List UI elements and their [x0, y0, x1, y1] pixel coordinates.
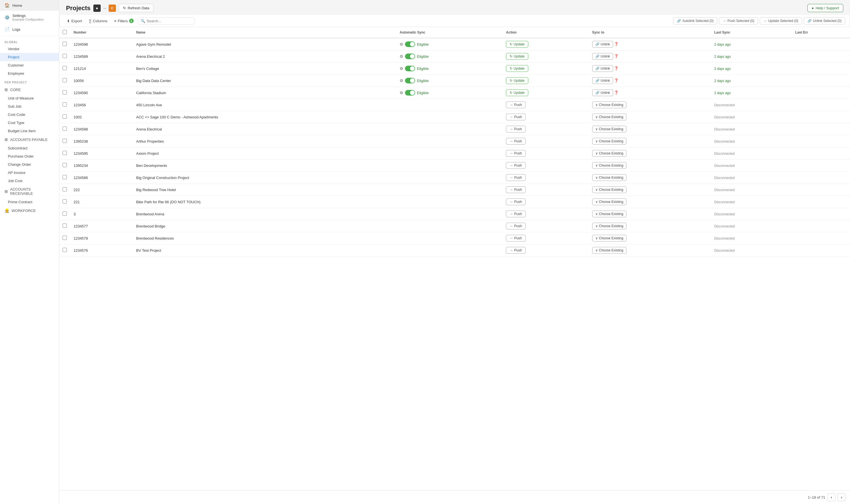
- sync-toggle[interactable]: [405, 54, 415, 59]
- refresh-button[interactable]: ↻ Refresh Data: [119, 4, 154, 12]
- row-checkbox[interactable]: [63, 248, 67, 252]
- pagination-next[interactable]: ›: [837, 493, 846, 501]
- search-input[interactable]: [147, 19, 192, 23]
- select-all-header[interactable]: [59, 27, 70, 38]
- row-checkbox[interactable]: [63, 199, 67, 203]
- sidebar-group-workforce[interactable]: 👷 WORKFORCE: [0, 206, 59, 215]
- push-button[interactable]: → Push: [506, 162, 526, 169]
- sidebar-item-uom[interactable]: Unit of Measure: [0, 94, 59, 102]
- row-checkbox-cell[interactable]: [59, 245, 70, 256]
- row-checkbox-cell[interactable]: [59, 87, 70, 99]
- settings-icon[interactable]: ⚙: [400, 90, 403, 95]
- choose-existing-button[interactable]: ∨ Choose Existing: [592, 126, 627, 132]
- row-action[interactable]: ↻ Update: [502, 38, 588, 51]
- row-checkbox-cell[interactable]: [59, 75, 70, 87]
- row-action[interactable]: → Push: [502, 232, 588, 245]
- unlink-button[interactable]: 🔗 Unlink: [592, 53, 613, 60]
- row-checkbox[interactable]: [63, 151, 67, 155]
- row-checkbox[interactable]: [63, 127, 67, 131]
- unlink-selected-button[interactable]: 🔗 Unlink Selected (0): [804, 17, 845, 24]
- update-button[interactable]: ↻ Update: [506, 41, 528, 48]
- choose-existing-button[interactable]: ∨ Choose Existing: [592, 223, 627, 230]
- choose-existing-button[interactable]: ∨ Choose Existing: [592, 102, 627, 108]
- unlink-button[interactable]: 🔗 Unlink: [592, 77, 613, 84]
- filters-button[interactable]: ≡ Filters 1: [111, 17, 137, 24]
- row-checkbox-cell[interactable]: [59, 51, 70, 62]
- push-button[interactable]: → Push: [506, 235, 526, 241]
- row-checkbox-cell[interactable]: [59, 160, 70, 172]
- choose-existing-button[interactable]: ∨ Choose Existing: [592, 162, 627, 169]
- row-checkbox-cell[interactable]: [59, 220, 70, 232]
- push-button[interactable]: → Push: [506, 186, 526, 193]
- row-checkbox[interactable]: [63, 223, 67, 228]
- sidebar-item-costtype[interactable]: Cost Type: [0, 119, 59, 127]
- sync-toggle[interactable]: [405, 90, 415, 95]
- row-checkbox-cell[interactable]: [59, 208, 70, 220]
- pagination-prev[interactable]: ‹: [828, 493, 835, 501]
- info-icon[interactable]: ❓: [614, 54, 618, 58]
- row-checkbox[interactable]: [63, 102, 67, 107]
- row-checkbox[interactable]: [63, 66, 67, 70]
- row-checkbox-cell[interactable]: [59, 184, 70, 196]
- sidebar-item-employee[interactable]: Employee: [0, 69, 59, 77]
- settings-icon[interactable]: ⚙: [400, 54, 403, 59]
- row-action[interactable]: → Push: [502, 196, 588, 208]
- choose-existing-button[interactable]: ∨ Choose Existing: [592, 138, 627, 145]
- push-button[interactable]: → Push: [506, 247, 526, 254]
- row-action[interactable]: → Push: [502, 111, 588, 123]
- sync-toggle[interactable]: [405, 66, 415, 71]
- sync-toggle[interactable]: [405, 78, 415, 84]
- row-checkbox-cell[interactable]: [59, 38, 70, 51]
- unlink-button[interactable]: 🔗 Unlink: [592, 41, 613, 48]
- sidebar-group-core[interactable]: ⊞ CORE: [0, 85, 59, 94]
- row-action[interactable]: ↻ Update: [502, 62, 588, 75]
- row-checkbox-cell[interactable]: [59, 62, 70, 75]
- row-action[interactable]: ↻ Update: [502, 51, 588, 62]
- sidebar-item-purchaseorder[interactable]: Purchase Order: [0, 152, 59, 160]
- row-action[interactable]: → Push: [502, 99, 588, 111]
- row-action[interactable]: → Push: [502, 208, 588, 220]
- row-action[interactable]: → Push: [502, 160, 588, 172]
- sidebar-item-costcode[interactable]: Cost Code: [0, 110, 59, 119]
- row-checkbox-cell[interactable]: [59, 135, 70, 147]
- sidebar-group-ar[interactable]: ⊞ ACCOUNTS RECEIVABLE: [0, 185, 59, 198]
- choose-existing-button[interactable]: ∨ Choose Existing: [592, 150, 627, 157]
- push-button[interactable]: → Push: [506, 126, 526, 132]
- row-checkbox-cell[interactable]: [59, 196, 70, 208]
- row-checkbox[interactable]: [63, 163, 67, 167]
- row-checkbox[interactable]: [63, 187, 67, 192]
- row-checkbox-cell[interactable]: [59, 123, 70, 135]
- push-selected-button[interactable]: → Push Selected (0): [719, 17, 758, 24]
- settings-icon[interactable]: ⚙: [400, 42, 403, 47]
- export-button[interactable]: ⬇ Export: [64, 17, 85, 24]
- update-selected-button[interactable]: → Update Selected (0): [760, 17, 802, 24]
- row-action[interactable]: → Push: [502, 184, 588, 196]
- sidebar-item-home[interactable]: 🏠 Home: [0, 0, 59, 11]
- row-checkbox[interactable]: [63, 139, 67, 143]
- row-checkbox-cell[interactable]: [59, 147, 70, 160]
- push-button[interactable]: → Push: [506, 211, 526, 217]
- sidebar-group-ap[interactable]: ⊞ ACCOUNTS PAYABLE: [0, 135, 59, 144]
- sidebar-item-primecontract[interactable]: Prime Contract: [0, 198, 59, 206]
- row-checkbox[interactable]: [63, 78, 67, 82]
- push-button[interactable]: → Push: [506, 174, 526, 181]
- push-button[interactable]: → Push: [506, 102, 526, 108]
- sidebar-item-budgetlineitem[interactable]: Budget Line Item: [0, 127, 59, 135]
- row-action[interactable]: → Push: [502, 135, 588, 147]
- choose-existing-button[interactable]: ∨ Choose Existing: [592, 113, 627, 120]
- row-checkbox[interactable]: [63, 175, 67, 179]
- row-action[interactable]: ↻ Update: [502, 75, 588, 87]
- settings-icon[interactable]: ⚙: [400, 66, 403, 71]
- sidebar-item-project[interactable]: Project: [0, 53, 59, 61]
- row-checkbox[interactable]: [63, 54, 67, 58]
- row-action[interactable]: → Push: [502, 220, 588, 232]
- select-all-checkbox[interactable]: [63, 30, 67, 34]
- row-checkbox-cell[interactable]: [59, 111, 70, 123]
- update-button[interactable]: ↻ Update: [506, 89, 528, 96]
- columns-button[interactable]: ⣿ Columns: [86, 17, 110, 24]
- choose-existing-button[interactable]: ∨ Choose Existing: [592, 198, 627, 205]
- autolink-button[interactable]: 🔗 Autolink Selected (0): [673, 17, 718, 24]
- push-button[interactable]: → Push: [506, 198, 526, 205]
- update-button[interactable]: ↻ Update: [506, 77, 528, 84]
- push-button[interactable]: → Push: [506, 150, 526, 157]
